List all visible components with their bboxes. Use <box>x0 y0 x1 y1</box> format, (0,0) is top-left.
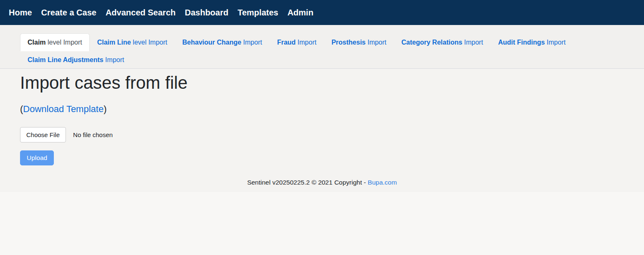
tab-label-rest: Import <box>366 39 386 46</box>
tab-label-rest: level Import <box>46 39 82 46</box>
import-tab-bar: Claim level ImportClaim Line level Impor… <box>0 25 644 69</box>
tab-label-rest: Import <box>241 39 262 46</box>
page-title: Import cases from file <box>20 72 624 93</box>
nav-item-advanced-search[interactable]: Advanced Search <box>101 5 180 21</box>
tab-label-bold: Fraud <box>277 39 295 46</box>
tab-label-rest: Import <box>295 39 316 46</box>
nav-item-dashboard[interactable]: Dashboard <box>180 5 233 21</box>
nav-item-home[interactable]: Home <box>4 5 37 21</box>
tab-label-bold: Category Relations <box>402 39 462 46</box>
choose-file-button[interactable]: Choose File <box>20 127 66 142</box>
tab-label-rest: Import <box>545 39 566 46</box>
tab-label-bold: Behaviour Change <box>182 39 241 46</box>
tab-claim-line-adjustments-import[interactable]: Claim Line Adjustments Import <box>20 51 131 69</box>
download-template-link[interactable]: Download Template <box>23 104 104 114</box>
file-input-row: Choose File No file chosen <box>20 127 624 142</box>
tab-label-bold: Claim <box>28 39 46 46</box>
footer-version-text: Sentinel v20250225.2 © 2021 Copyright - <box>247 179 368 186</box>
top-navbar: HomeCreate a CaseAdvanced SearchDashboar… <box>0 0 644 25</box>
tab-audit-findings-import[interactable]: Audit Findings Import <box>490 33 573 51</box>
navbar-menu: HomeCreate a CaseAdvanced SearchDashboar… <box>4 5 318 21</box>
paren-close: ) <box>104 104 106 114</box>
tab-label-rest: Import <box>104 56 124 63</box>
main-content: Import cases from file (Download Templat… <box>0 69 644 192</box>
file-chosen-status: No file chosen <box>73 131 113 138</box>
nav-item-create-a-case[interactable]: Create a Case <box>37 5 101 21</box>
download-template-line: (Download Template) <box>20 104 624 115</box>
tab-claim-line-level-import[interactable]: Claim Line level Import <box>90 33 175 51</box>
footer: Sentinel v20250225.2 © 2021 Copyright - … <box>20 179 624 186</box>
tab-claim-level-import[interactable]: Claim level Import <box>20 33 90 51</box>
tab-category-relations-import[interactable]: Category Relations Import <box>394 33 491 51</box>
upload-button[interactable]: Upload <box>20 150 54 165</box>
tab-label-bold: Claim Line <box>97 39 131 46</box>
tab-prosthesis-import[interactable]: Prosthesis Import <box>324 33 394 51</box>
tab-fraud-import[interactable]: Fraud Import <box>270 33 324 51</box>
tab-behaviour-change-import[interactable]: Behaviour Change Import <box>175 33 270 51</box>
tab-label-bold: Audit Findings <box>498 39 545 46</box>
tab-label-rest: Import <box>462 39 483 46</box>
tab-label-bold: Claim Line Adjustments <box>28 56 104 63</box>
nav-item-admin[interactable]: Admin <box>283 5 318 21</box>
footer-bupa-link[interactable]: Bupa.com <box>368 179 397 186</box>
nav-item-templates[interactable]: Templates <box>233 5 283 21</box>
tab-label-bold: Prosthesis <box>331 39 366 46</box>
tab-label-rest: level Import <box>131 39 167 46</box>
